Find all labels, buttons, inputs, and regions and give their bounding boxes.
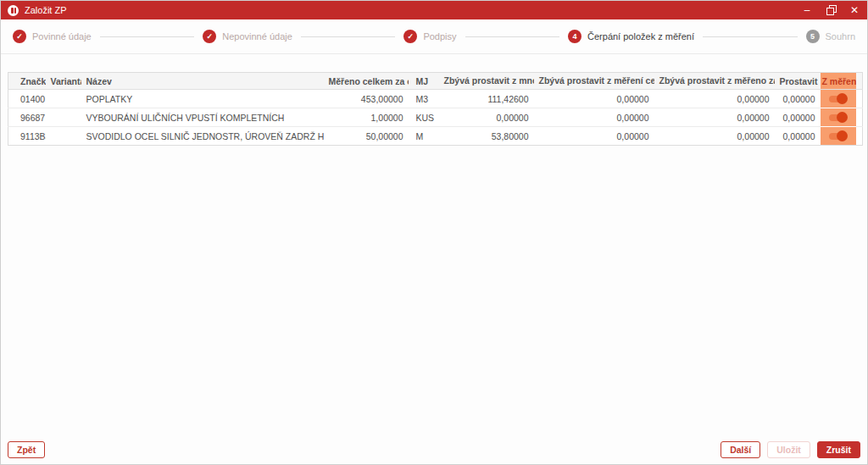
items-grid: Značka Varianta Název Měřeno celkem za o… <box>8 72 862 146</box>
table-row[interactable]: 9113B3 SVODIDLO OCEL SILNIČ JEDNOSTR, ÚR… <box>8 127 863 146</box>
cell-zbyva-mereno-obdobi: 0,00000 <box>654 108 775 127</box>
stepper-connector <box>100 36 195 37</box>
cell-varianta <box>46 108 81 127</box>
cell-nazev: POPLATKY <box>81 90 324 108</box>
next-button[interactable]: Další <box>721 441 760 458</box>
header-znacka[interactable]: Značka <box>8 73 46 90</box>
cancel-button[interactable]: Zrušit <box>817 441 860 458</box>
cell-mj: KUS <box>409 108 439 127</box>
step-povinne-udaje[interactable]: ✓ Povinné údaje <box>13 30 92 43</box>
cell-zbyva-mereno-obdobi: 0,00000 <box>654 127 775 146</box>
cell-zbyva-mereno-obdobi: 0,00000 <box>654 90 775 108</box>
toggle-knob <box>837 112 848 123</box>
close-icon[interactable]: ✕ <box>849 5 860 15</box>
header-zbyva-mnozstvi[interactable]: Zbývá prostavit z množstvíi <box>439 73 534 90</box>
check-icon: ✓ <box>13 30 26 43</box>
cell-z-mereni <box>821 127 856 146</box>
header-zbyva-mereno-obdobi[interactable]: Zbývá prostavit z měřeno za obdobíi <box>654 73 775 90</box>
header-z-mereni[interactable]: Z měření <box>821 73 856 90</box>
header-prostavit[interactable]: Prostavit <box>775 73 821 90</box>
header-mj[interactable]: MJ <box>409 73 439 90</box>
step-label: Povinné údaje <box>32 31 92 42</box>
step-number: 4 <box>568 30 581 43</box>
app-logo-icon <box>8 5 19 16</box>
footer: Zpět Další Uložit Zrušit <box>8 441 860 458</box>
minimize-icon[interactable]: – <box>801 5 813 15</box>
z-mereni-toggle[interactable] <box>829 112 848 123</box>
header-label: Zbývá prostavit z měření celkem <box>539 75 654 86</box>
step-label: Podpisy <box>423 31 456 42</box>
header-mereno-celkem[interactable]: Měřeno celkem za období <box>324 73 409 90</box>
cell-spacer <box>856 127 863 146</box>
step-cerpani-polozek[interactable]: 4 Čerpání položek z měření <box>568 30 694 43</box>
header-nazev[interactable]: Název <box>81 73 324 90</box>
restore-glyph <box>826 5 835 14</box>
table-row[interactable]: 96687 VYBOURÁNÍ ULIČNÍCH VPUSTÍ KOMPLETN… <box>8 108 863 127</box>
cell-nazev: VYBOURÁNÍ ULIČNÍCH VPUSTÍ KOMPLETNÍCH <box>81 108 324 127</box>
step-label: Nepovinné údaje <box>222 31 292 42</box>
cell-mj: M3 <box>409 90 439 108</box>
step-nepovinne-udaje[interactable]: ✓ Nepovinné údaje <box>203 30 292 43</box>
cell-prostavit: 0,00000 <box>775 127 821 146</box>
stepper-connector <box>703 36 798 37</box>
table-row[interactable]: 01400 POPLATKY 453,00000 M3 111,42600 0,… <box>8 90 863 108</box>
save-button[interactable]: Uložit <box>767 441 810 458</box>
header-spacer <box>856 73 863 90</box>
cell-zbyva-mereni-celkem: 0,00000 <box>534 108 654 127</box>
cell-znacka: 96687 <box>8 108 46 127</box>
step-number: 5 <box>806 30 820 43</box>
cell-prostavit: 0,00000 <box>775 90 821 108</box>
cell-zbyva-mereni-celkem: 0,00000 <box>534 90 654 108</box>
check-icon: ✓ <box>403 30 417 43</box>
header-zbyva-mereni-celkem[interactable]: Zbývá prostavit z měření celkemi <box>534 73 654 90</box>
toggle-knob <box>837 93 848 104</box>
step-souhrn[interactable]: 5 Souhrn <box>806 30 855 43</box>
cell-varianta <box>46 90 81 108</box>
step-label: Čerpání položek z měření <box>587 31 694 42</box>
cell-znacka: 9113B3 <box>8 127 46 146</box>
cell-zbyva-mereni-celkem: 0,00000 <box>534 127 654 146</box>
cell-zbyva-mnozstvi: 111,42600 <box>439 90 534 108</box>
cell-mereno-celkem: 453,00000 <box>324 90 409 108</box>
cell-z-mereni <box>821 108 856 127</box>
step-podpisy[interactable]: ✓ Podpisy <box>403 30 456 43</box>
header-label: Zbývá prostavit z měřeno za období <box>659 75 775 86</box>
check-icon: ✓ <box>203 30 216 43</box>
cell-znacka: 01400 <box>8 90 46 108</box>
cell-nazev: SVODIDLO OCEL SILNIČ JEDNOSTR, ÚROVEŇ ZA… <box>81 127 324 146</box>
cell-prostavit: 0,00000 <box>775 108 821 127</box>
back-button[interactable]: Zpět <box>8 441 45 458</box>
restore-icon[interactable] <box>825 5 837 15</box>
z-mereni-toggle[interactable] <box>829 130 848 141</box>
cell-zbyva-mnozstvi: 0,00000 <box>439 108 534 127</box>
cell-mj: M <box>409 127 439 146</box>
wizard-stepper: ✓ Povinné údaje ✓ Nepovinné údaje ✓ Podp… <box>1 19 867 53</box>
header-divider <box>1 53 867 54</box>
table-header-row: Značka Varianta Název Měřeno celkem za o… <box>8 73 863 90</box>
cell-spacer <box>856 90 863 108</box>
cell-zbyva-mnozstvi: 53,80000 <box>439 127 534 146</box>
stepper-connector <box>465 36 560 37</box>
modal-window: Založit ZP – ✕ ✓ Povinné údaje ✓ Nepovin… <box>0 0 868 465</box>
header-label: Zbývá prostavit z množství <box>444 75 534 86</box>
cell-z-mereni <box>821 90 856 108</box>
header-varianta[interactable]: Varianta <box>46 73 81 90</box>
toggle-knob <box>837 130 848 141</box>
cell-mereno-celkem: 1,00000 <box>324 108 409 127</box>
cell-varianta <box>46 127 81 146</box>
cell-spacer <box>856 108 863 127</box>
stepper-connector <box>301 36 396 37</box>
titlebar: Založit ZP – ✕ <box>1 1 867 19</box>
z-mereni-toggle[interactable] <box>829 93 848 104</box>
cell-mereno-celkem: 50,00000 <box>324 127 409 146</box>
step-label: Souhrn <box>826 31 855 42</box>
window-title: Založit ZP <box>25 5 67 15</box>
